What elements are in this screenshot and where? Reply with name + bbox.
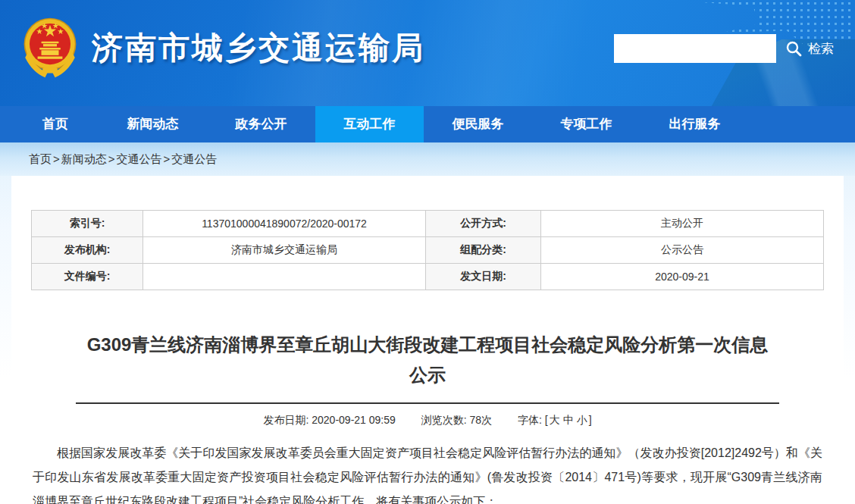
search-icon <box>785 40 802 57</box>
search-button[interactable]: 检索 <box>785 40 834 58</box>
search-area: 检索 <box>614 34 834 63</box>
issue-date-value: 2020-09-21 <box>541 264 824 290</box>
view-count-label: 浏览次数: <box>421 414 467 426</box>
search-button-label: 检索 <box>808 40 834 58</box>
font-size-large[interactable]: 大 <box>550 414 560 426</box>
category-value: 公示公告 <box>541 237 824 264</box>
view-count: 浏览次数: 78次 <box>421 414 492 426</box>
article-title: G309青兰线济南淄博界至章丘胡山大街段改建工程项目社会稳定风险分析第一次信息公… <box>82 330 773 390</box>
breadcrumb-home[interactable]: 首页 <box>29 152 52 165</box>
category-label: 组配分类: <box>426 237 541 264</box>
font-size-label: 字体: <box>518 414 542 426</box>
publicity-method-label: 公开方式: <box>426 211 541 237</box>
site-banner: 济南市城乡交通运输局 检索 <box>0 0 855 106</box>
content-panel: 索引号: 113701000041890072/2020-00172 公开方式:… <box>11 176 844 504</box>
publish-date: 发布日期: 2020-09-21 09:59 <box>263 414 395 426</box>
issuing-agency-value: 济南市城乡交通运输局 <box>143 237 426 264</box>
main-nav: 首页 新闻动态 政务公开 互动工作 便民服务 专项工作 出行服务 <box>0 106 855 142</box>
breadcrumb-separator: > <box>53 152 60 165</box>
title-divider <box>76 402 779 404</box>
index-number-value: 113701000041890072/2020-00172 <box>143 211 426 237</box>
issuing-agency-label: 发布机构: <box>32 237 143 264</box>
view-count-value: 78次 <box>469 414 492 426</box>
nav-item-public-service[interactable]: 便民服务 <box>424 106 532 142</box>
nav-item-home[interactable]: 首页 <box>12 106 99 142</box>
article-body-paragraph: 根据国家发展改革委《关于印发国家发展改革委员会重大固定资产项目社会稳定风险评估暂… <box>33 441 822 504</box>
search-input[interactable] <box>614 34 776 63</box>
table-row: 文件编号: 发文日期: 2020-09-21 <box>32 264 824 290</box>
document-number-value <box>143 264 426 290</box>
bracket-close: ] <box>589 414 592 426</box>
table-row: 发布机构: 济南市城乡交通运输局 组配分类: 公示公告 <box>32 237 824 264</box>
table-row: 索引号: 113701000041890072/2020-00172 公开方式:… <box>32 211 824 237</box>
breadcrumb: 首页>新闻动态>交通公告>交通公告 <box>0 142 855 176</box>
national-emblem-icon <box>19 14 81 82</box>
breadcrumb-news[interactable]: 新闻动态 <box>61 152 107 165</box>
article-meta: 发布日期: 2020-09-21 09:59 浏览次数: 78次 字体: [大中… <box>11 414 844 427</box>
nav-item-interaction[interactable]: 互动工作 <box>315 106 424 142</box>
site-brand: 济南市城乡交通运输局 <box>19 14 425 82</box>
nav-item-travel-service[interactable]: 出行服务 <box>640 106 749 142</box>
issue-date-label: 发文日期: <box>426 264 541 290</box>
font-size-small[interactable]: 小 <box>577 414 587 426</box>
font-size-switcher: 字体: [大中小] <box>518 414 592 426</box>
nav-item-news[interactable]: 新闻动态 <box>99 106 207 142</box>
breadcrumb-separator: > <box>164 152 171 165</box>
breadcrumb-notice[interactable]: 交通公告 <box>171 152 217 165</box>
nav-item-special-work[interactable]: 专项工作 <box>532 106 640 142</box>
bracket-open: [ <box>545 414 548 426</box>
document-metadata-table: 索引号: 113701000041890072/2020-00172 公开方式:… <box>31 210 824 290</box>
index-number-label: 索引号: <box>32 211 143 237</box>
publish-date-value: 2020-09-21 09:59 <box>312 414 396 426</box>
nav-item-gov-info[interactable]: 政务公开 <box>207 106 315 142</box>
site-title: 济南市城乡交通运输局 <box>92 27 425 69</box>
document-number-label: 文件编号: <box>32 264 143 290</box>
font-size-medium[interactable]: 中 <box>563 414 574 426</box>
publish-date-label: 发布日期: <box>263 414 308 426</box>
breadcrumb-separator: > <box>108 152 115 165</box>
publicity-method-value: 主动公开 <box>541 211 824 237</box>
breadcrumb-notice-category[interactable]: 交通公告 <box>117 152 162 165</box>
